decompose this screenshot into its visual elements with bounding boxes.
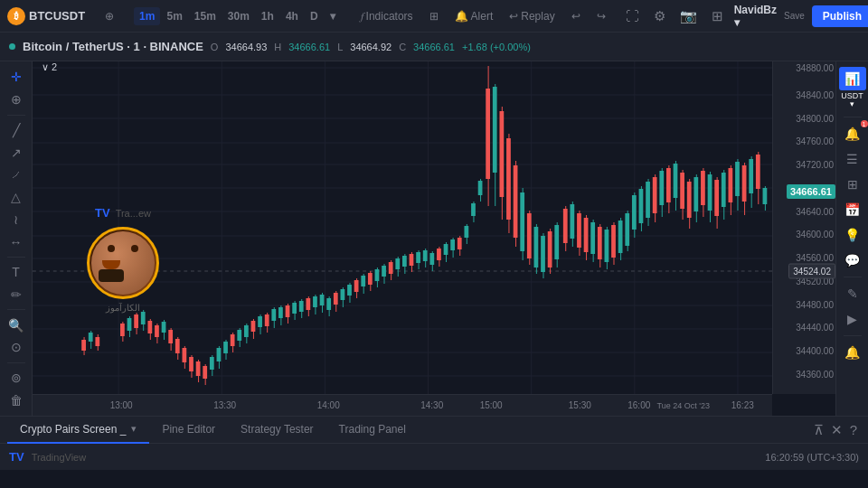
camera-btn[interactable]: 📷 [676,5,701,28]
notification-right-icon[interactable]: 🔔 [839,341,866,364]
tab-strategy-tester-label: Strategy Tester [241,423,313,436]
usdt-label: USDT▾ [841,92,863,108]
svg-rect-75 [341,289,345,300]
alert-right-icon[interactable]: 🔔 1 [839,122,866,145]
arrow-tool[interactable]: ↗ [3,142,30,163]
templates-btn[interactable]: ⊞ [424,7,444,25]
right-divider-1 [844,117,862,117]
svg-rect-149 [735,162,740,196]
idea-right-icon[interactable]: 💡 [839,223,866,247]
svg-rect-63 [237,330,241,341]
brush-tool[interactable]: ✏ [3,285,30,305]
svg-rect-93 [493,87,497,173]
settings-btn[interactable]: ⚙ [650,5,669,28]
svg-rect-89 [450,239,455,250]
svg-rect-153 [749,159,753,193]
price-34760: 34760.00 [796,136,834,146]
user-avatar [87,227,159,299]
redo-btn[interactable]: ↪ [591,7,611,25]
chat-right-icon[interactable]: 💬 [839,249,866,272]
shape-tool[interactable]: △ [3,187,30,208]
fullscreen-btn[interactable]: ⛶ [622,5,643,27]
bottom-tabs-bar: Crypto Pairs Screen _ ▾ Pine Editor Stra… [0,416,868,443]
tab-pine-editor[interactable]: Pine Editor [149,417,228,444]
magnet-tool[interactable]: ⊙ [3,337,30,358]
tf-1h[interactable]: 1h [256,7,279,25]
btc-icon: ₿ [7,7,25,25]
left-sidebar: ✛ ⊕ ╱ ↗ ⟋ △ ≀ ↔ T ✏ 🔍 ⊙ ⊚ 🗑 [0,61,33,416]
tab-dropdown-icon[interactable]: ▾ [131,423,137,435]
svg-rect-157 [763,188,768,204]
price-34480: 34480.00 [796,299,834,309]
tab-strategy-tester[interactable]: Strategy Tester [228,417,326,444]
layout-btn[interactable]: ⊞ [708,5,727,28]
panel-help-btn[interactable]: ? [846,418,861,441]
svg-rect-27 [95,337,99,346]
drawing-tool[interactable]: ⟋ [3,164,30,185]
tab-crypto-pairs[interactable]: Crypto Pairs Screen _ ▾ [7,417,149,444]
chart-compare-btn[interactable]: ⊕ [99,7,119,25]
publish-btn[interactable]: Publish [812,5,868,27]
tf-30m[interactable]: 30m [222,7,255,25]
tf-4h[interactable]: 4h [280,7,304,25]
svg-rect-35 [141,312,146,324]
tradingview-logo: TV [9,450,24,464]
tf-d[interactable]: D [305,7,324,25]
tf-1m[interactable]: 1m [134,7,160,25]
svg-rect-99 [514,165,518,238]
tf-5m[interactable]: 5m [161,7,187,25]
layers-right-icon[interactable]: ⊞ [839,173,866,196]
svg-rect-213 [618,221,623,253]
zoom-tool[interactable]: 🔍 [3,314,30,335]
chart-settings-icon[interactable]: 📊 [839,67,866,90]
svg-rect-199 [471,203,476,216]
svg-rect-81 [361,276,365,286]
trash-tool[interactable]: 🗑 [3,389,30,410]
watchlist-right-icon[interactable]: ☰ [839,147,866,171]
calendar-right-icon[interactable]: 📅 [839,198,866,221]
time-1600: 16:00 [627,400,650,410]
watermark-area: TV Tra...ew الكارآموز [87,206,159,313]
crosshair-tool[interactable]: ⊕ [3,89,30,110]
svg-rect-109 [570,204,574,239]
undo-btn[interactable]: ↩ [566,7,586,25]
panel-collapse-btn[interactable]: ⊼ [810,418,827,442]
chart-wrapper: 34880.00 34840.00 34800.00 34760.00 3472… [33,61,835,416]
svg-rect-23 [81,340,86,351]
tv-logo: TV [95,206,110,220]
svg-rect-197 [464,226,468,238]
price-34640: 34640.00 [796,206,834,216]
alert-bell-icon: 🔔 [455,10,468,23]
low-value: 34664.92 [350,42,392,52]
svg-rect-195 [458,238,462,249]
replay-btn[interactable]: ↩ Replay [504,7,560,25]
svg-rect-203 [541,236,545,272]
open-label: O [211,42,219,52]
text-tool[interactable]: T [3,262,30,283]
tf-15m[interactable]: 15m [189,7,222,25]
svg-rect-33 [134,314,138,328]
brand-name: TradingView [32,452,87,463]
panel-close-btn[interactable]: ✕ [827,418,846,442]
chart-area[interactable]: 34880.00 34840.00 34800.00 34760.00 3472… [33,61,835,394]
pine-right-icon[interactable]: ✎ [839,282,866,305]
cursor-tool[interactable]: ✛ [3,67,30,88]
tf-more[interactable]: ▾ [325,7,341,25]
svg-rect-79 [354,280,359,292]
svg-rect-163 [278,307,283,318]
price-34880: 34880.00 [796,63,834,73]
close-label: C [399,42,406,52]
crosshair-price-label: 34524.02 [788,263,835,278]
strategy-right-icon[interactable]: ▶ [839,307,866,331]
fib-tool[interactable]: ≀ [3,209,30,230]
svg-rect-31 [127,318,132,331]
tab-trading-panel[interactable]: Trading Panel [326,417,419,444]
svg-rect-73 [334,293,338,305]
indicators-btn[interactable]: 𝑓 Indicators [355,7,419,25]
measure-tool[interactable]: ↔ [3,231,30,252]
symbol-selector[interactable]: ₿ BTCUSDT [7,7,85,25]
svg-rect-83 [429,253,434,265]
layers-tool[interactable]: ⊚ [3,368,30,389]
alert-btn[interactable]: 🔔 Alert [449,7,499,25]
line-tool[interactable]: ╱ [3,119,30,140]
